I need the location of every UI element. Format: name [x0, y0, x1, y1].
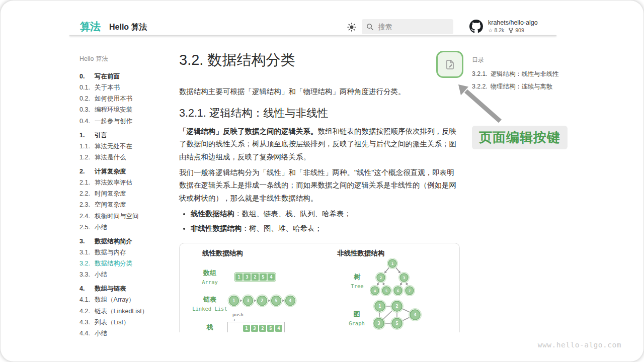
sidebar-item[interactable]: 0.3.编程环境安装 — [79, 107, 176, 113]
sidebar-item[interactable]: 4.3.列表（List） — [79, 319, 176, 326]
nav-label: 小结 — [95, 224, 107, 231]
nav-number: 3.2. — [79, 260, 95, 267]
sidebar-section[interactable]: 3.数据结构简介 — [79, 238, 176, 245]
nav-number: 0.4. — [79, 118, 95, 125]
sidebar-item[interactable]: 0.1.关于本书 — [79, 84, 176, 91]
nav-number: 2.2. — [79, 191, 95, 197]
site-logo[interactable]: 算法 — [80, 20, 100, 34]
array-cell: 1 — [235, 274, 243, 281]
theme-toggle-button[interactable] — [347, 22, 357, 32]
search-input[interactable] — [378, 23, 444, 31]
nav-label: 小结 — [95, 272, 107, 278]
linked-list-visual: 13254 — [227, 294, 299, 308]
array-cell: 4 — [275, 325, 282, 332]
nav-number: 1.1. — [79, 143, 95, 150]
array-visual: 13254 — [234, 272, 276, 282]
svg-text:5: 5 — [395, 321, 398, 326]
sun-icon — [347, 22, 357, 32]
array-cell: 3 — [244, 274, 251, 281]
figure-label-tree: 树Tree — [346, 273, 369, 289]
sidebar-item[interactable]: 2.3.空间复杂度 — [79, 202, 176, 208]
nav-number: 4.3. — [79, 319, 95, 326]
sidebar-item[interactable]: 3.1.数据与内存 — [79, 249, 176, 256]
nav-number: 2.1. — [79, 179, 95, 186]
search-box[interactable] — [362, 19, 453, 34]
github-icon — [469, 20, 483, 33]
repo-stars: 8.2k — [494, 27, 504, 33]
push-label: push→ — [232, 313, 244, 323]
nav-label: 数组（Array） — [95, 297, 135, 303]
sidebar-item[interactable]: 2.1.算法效率评估 — [79, 179, 176, 186]
sidebar-site-label: Hello 算法 — [79, 55, 176, 63]
nav-label: 小结 — [95, 330, 107, 337]
array-cell: 4 — [268, 274, 275, 281]
figure-data-structures: 线性数据结构 非线性数据结构 数组Array 13254 链表Linked Li… — [179, 243, 460, 332]
sidebar-section[interactable]: 2.计算复杂度 — [79, 168, 176, 175]
nav-label: 计算复杂度 — [95, 168, 126, 175]
edit-page-button[interactable] — [436, 51, 463, 78]
search-icon — [366, 23, 374, 31]
sidebar-item[interactable]: 4.4.小结 — [79, 330, 176, 337]
nav-label: 列表（List） — [95, 319, 129, 326]
nav-label: 数据与内存 — [95, 249, 126, 256]
nav-label: 算法效率评估 — [95, 179, 132, 186]
bullet-list: 线性数据结构：数组、链表、栈、队列、哈希表；非线性数据结构：树、图、堆、哈希表； — [183, 208, 461, 235]
nav-label: 空间复杂度 — [95, 202, 126, 208]
svg-text:2: 2 — [380, 276, 382, 280]
svg-text:4: 4 — [414, 312, 416, 317]
browser-page: 算法 Hello 算法 krahets/hello-algo ☆ — [1, 1, 643, 361]
nav-number: 0. — [79, 73, 95, 80]
nav-number: 2. — [79, 168, 95, 175]
nav-number: 0.1. — [79, 84, 95, 91]
sidebar-item[interactable]: 2.5.小结 — [79, 224, 176, 231]
nav-number: 0.3. — [79, 107, 95, 113]
page-title: 3.2. 数据结构分类 — [179, 51, 461, 70]
sidebar-item[interactable]: 1.2.算法是什么 — [79, 154, 176, 161]
sidebar-section[interactable]: 4.数组与链表 — [79, 286, 176, 292]
sidebar-item[interactable]: 4.1.数组（Array） — [79, 297, 176, 303]
intro-paragraph: 数据结构主要可根据「逻辑结构」和「物理结构」两种角度进行分类。 — [179, 85, 461, 98]
header-divider — [69, 35, 556, 36]
github-repo-link[interactable]: krahets/hello-algo ☆ 8.2k 909 — [469, 19, 538, 33]
array-cell: 1 — [243, 325, 250, 332]
svg-text:5: 5 — [275, 299, 278, 303]
graph-visual: 12345 — [373, 299, 422, 331]
sidebar-item[interactable]: 0.2.如何使用本书 — [79, 96, 176, 102]
svg-text:3: 3 — [377, 321, 380, 326]
sidebar-section[interactable]: 0.写在前面 — [79, 73, 176, 80]
sidebar-item[interactable]: 4.2.链表（LinkedList） — [79, 308, 176, 315]
sidebar-item[interactable]: 3.2.数据结构分类 — [79, 260, 176, 267]
annotation-label: 页面编辑按键 — [472, 126, 568, 149]
nav-label: 关于本书 — [95, 84, 120, 91]
figure-label-stack: 栈Stack — [192, 323, 227, 332]
sidebar-item[interactable]: 3.3.小结 — [79, 272, 176, 278]
stack-visual: 13254 — [227, 322, 285, 332]
svg-text:1: 1 — [391, 262, 393, 266]
sidebar-section[interactable]: 1.引言 — [79, 132, 176, 139]
sidebar-nav: Hello 算法 0.写在前面0.1.关于本书0.2.如何使用本书0.3.编程环… — [79, 55, 176, 341]
svg-text:2: 2 — [261, 299, 264, 303]
nav-number: 4.1. — [79, 297, 95, 303]
nav-label: 链表（LinkedList） — [95, 308, 148, 315]
toc-item[interactable]: 3.2.1.逻辑结构：线性与非线性 — [472, 71, 578, 78]
toc-title: 目录 — [472, 56, 578, 64]
sidebar-item[interactable]: 2.2.时间复杂度 — [79, 191, 176, 197]
svg-text:3: 3 — [247, 299, 250, 303]
repo-forks: 909 — [515, 27, 524, 33]
nav-label: 时间复杂度 — [95, 191, 126, 197]
nav-label: 引言 — [95, 132, 107, 139]
nav-number: 4.4. — [79, 330, 95, 337]
sidebar-item[interactable]: 2.4.权衡时间与空间 — [79, 213, 176, 220]
main-content: 3.2. 数据结构分类 数据结构主要可根据「逻辑结构」和「物理结构」两种角度进行… — [179, 51, 461, 332]
bullet-item: 非线性数据结构：树、图、堆、哈希表； — [191, 222, 461, 235]
tree-visual: 1234567 — [370, 258, 416, 298]
annotation-arrow — [446, 78, 506, 126]
site-title[interactable]: Hello 算法 — [109, 22, 147, 33]
svg-text:3: 3 — [403, 276, 405, 280]
nav-number: 1. — [79, 132, 95, 139]
nav-label: 算法无处不在 — [95, 143, 132, 150]
star-icon: ☆ — [488, 27, 493, 33]
sidebar-item[interactable]: 1.1.算法无处不在 — [79, 143, 176, 150]
logo-text: 算法 — [80, 21, 100, 33]
sidebar-item[interactable]: 0.4.一起参与创作 — [79, 118, 176, 125]
